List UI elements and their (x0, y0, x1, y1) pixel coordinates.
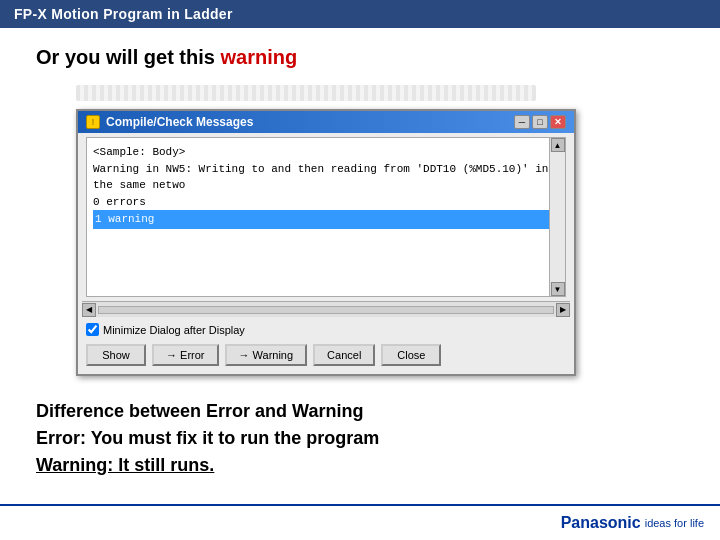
header-bar: FP-X Motion Program in Ladder (0, 0, 720, 28)
main-content: Or you will get this warning ! Compile/C… (0, 28, 720, 491)
to-warning-button[interactable]: → Warning (225, 344, 308, 366)
warning-word: warning (220, 46, 297, 68)
scroll-up-button[interactable]: ▲ (551, 138, 565, 152)
show-button[interactable]: Show (86, 344, 146, 366)
bottom-text: Difference between Error and Warning Err… (36, 398, 684, 479)
minimize-window-button[interactable]: ─ (514, 115, 530, 129)
titlebar-left: ! Compile/Check Messages (86, 115, 253, 129)
message-area: <Sample: Body> Warning in NW5: Writing t… (86, 137, 566, 297)
minimize-checkbox[interactable] (86, 323, 99, 336)
scroll-down-button[interactable]: ▼ (551, 282, 565, 296)
close-window-button[interactable]: ✕ (550, 115, 566, 129)
msg-line2: Warning in NW5: Writing to and then read… (93, 163, 548, 192)
bottom-line3-text: Warning: It still runs. (36, 455, 214, 475)
minimize-label: Minimize Dialog after Display (103, 324, 245, 336)
scroll-right-button[interactable]: ▶ (556, 303, 570, 317)
horizontal-scrollbar[interactable]: ◀ ▶ (82, 301, 570, 317)
scroll-left-button[interactable]: ◀ (82, 303, 96, 317)
blurred-content-bar (76, 85, 536, 101)
intro-text: Or you will get this warning (36, 46, 684, 69)
dialog-icon: ! (86, 115, 100, 129)
maximize-window-button[interactable]: □ (532, 115, 548, 129)
msg-line1: <Sample: Body> (93, 146, 185, 158)
brand-name: Panasonic (561, 514, 641, 532)
msg-line3: 0 errors (93, 196, 146, 208)
footer: Panasonic ideas for life (0, 504, 720, 540)
minimize-row: Minimize Dialog after Display (78, 317, 574, 340)
cancel-button[interactable]: Cancel (313, 344, 375, 366)
vertical-scrollbar[interactable]: ▲ ▼ (549, 138, 565, 296)
message-content: <Sample: Body> Warning in NW5: Writing t… (93, 144, 559, 229)
dialog-title: Compile/Check Messages (106, 115, 253, 129)
intro-prefix: Or you will get this (36, 46, 220, 68)
close-button[interactable]: Close (381, 344, 441, 366)
msg-line4-highlight: 1 warning (93, 210, 559, 229)
to-error-button[interactable]: → Error (152, 344, 219, 366)
dialog-buttons-row: Show → Error → Warning Cancel Close (78, 340, 574, 374)
brand-tagline: ideas for life (645, 517, 704, 529)
bottom-line3: Warning: It still runs. (36, 452, 684, 479)
titlebar-controls[interactable]: ─ □ ✕ (514, 115, 566, 129)
panasonic-logo: Panasonic ideas for life (561, 514, 704, 532)
dialog-titlebar: ! Compile/Check Messages ─ □ ✕ (78, 111, 574, 133)
bottom-line2: Error: You must fix it to run the progra… (36, 425, 684, 452)
compile-check-dialog: ! Compile/Check Messages ─ □ ✕ <Sample: … (76, 109, 576, 376)
header-title: FP-X Motion Program in Ladder (14, 6, 233, 22)
bottom-line1: Difference between Error and Warning (36, 398, 684, 425)
hscroll-track[interactable] (98, 306, 554, 314)
